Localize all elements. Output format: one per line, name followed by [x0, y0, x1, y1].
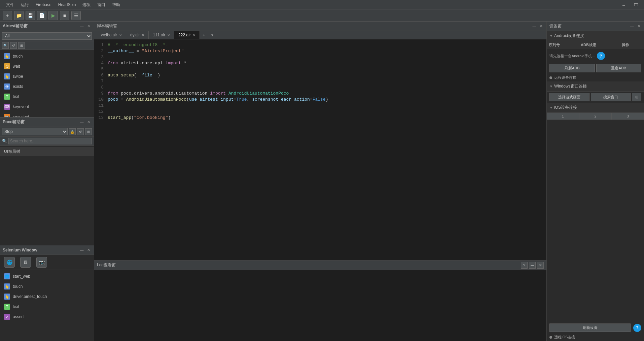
airtest-item-wait[interactable]: ⏱ wait [0, 61, 94, 71]
editor-tab-222[interactable]: 222.air ✕ [174, 31, 200, 39]
poco-search-input[interactable] [8, 138, 92, 144]
android-help-btn[interactable]: ? [597, 52, 605, 60]
poco-lock-icon[interactable]: 🔒 [69, 128, 76, 135]
editor-minimize-btn[interactable]: — [532, 24, 537, 29]
airtest-item-swipe[interactable]: 👆 swipe [0, 71, 94, 81]
poco-grid-icon[interactable]: ⊞ [85, 128, 92, 135]
code-line-7: 7 [94, 78, 546, 84]
tab-weibo-close[interactable]: ✕ [119, 33, 122, 37]
menu-headspin[interactable]: HeadSpin [55, 0, 79, 9]
editor-panel: 脚本编辑窗 — ✕ weibo.air ✕ dy.air ✕ 111.air ✕ [94, 22, 546, 260]
ios-help-btn[interactable]: ? [633, 324, 641, 332]
device-panel-close-btn[interactable]: ✕ [636, 24, 641, 29]
selenium-minimize-btn[interactable]: — [79, 247, 84, 253]
windows-btns: 选择游戏画面 搜索窗口 ⊞ [547, 92, 644, 103]
selenium-monitor-icon[interactable]: 🖥 [20, 257, 31, 268]
airtest-refresh-btn[interactable]: ↺ [10, 42, 17, 49]
reset-adb-btn[interactable]: 重启ADB [596, 64, 642, 72]
device-panel-minimize-btn[interactable]: — [629, 24, 635, 29]
editor-tab-111[interactable]: 111.air ✕ [149, 31, 174, 39]
selenium-item-touch[interactable]: 👆 touch [0, 281, 94, 292]
code-editor[interactable]: 1 # -*- encoding=utf8 -*- 2 __author__ =… [94, 39, 546, 260]
editor-tab-menu-btn[interactable]: ▼ [208, 31, 217, 39]
log-minimize-btn[interactable]: — [529, 262, 536, 269]
android-remote-label: 远程设备连接 [554, 75, 576, 80]
ios-tab-3[interactable]: 3 [612, 113, 644, 120]
swipe-icon: 👆 [4, 73, 10, 79]
exists-label: exists [13, 84, 23, 89]
code-line-4: 4 from airtest.core.api import * [94, 60, 546, 66]
windows-small-btn[interactable]: ⊞ [632, 93, 641, 101]
menu-firebase[interactable]: Firebase [32, 0, 55, 9]
ios-section-header[interactable]: ▼ iOS设备连接 [547, 103, 644, 113]
poco-refresh-icon[interactable]: ↺ [77, 128, 84, 135]
windows-section-arrow: ▼ [549, 84, 553, 88]
menu-file[interactable]: 文件 [3, 0, 17, 9]
airtest-filter-icon-btn[interactable]: 🔍 [2, 42, 9, 49]
ios-tab-2[interactable]: 2 [579, 113, 612, 120]
airtest-item-snapshot[interactable]: 📷 snapshot [0, 112, 94, 117]
keyevent-icon: ⌨ [4, 104, 10, 110]
selenium-header-controls: — ✕ [79, 247, 91, 253]
selenium-item-start-web[interactable]: 🌐 start_web [0, 271, 94, 281]
menu-maximize[interactable]: 🗖 [631, 0, 641, 9]
airtest-item-touch[interactable]: 👆 touch [0, 51, 94, 61]
airtest-item-keyevent[interactable]: ⌨ keyevent [0, 102, 94, 112]
selenium-item-list: 🌐 start_web 👆 touch 👆 driver.airtest_tou… [0, 270, 94, 341]
selenium-item-driver-touch[interactable]: 👆 driver.airtest_touch [0, 292, 94, 302]
save-as-button[interactable]: 📄 [37, 11, 46, 20]
airtest-item-exists[interactable]: 👁 exists [0, 81, 94, 92]
menu-help[interactable]: 帮助 [109, 0, 123, 9]
tab-222-close[interactable]: ✕ [193, 33, 195, 37]
settings-button[interactable]: ☰ [71, 11, 81, 20]
selenium-globe-icon[interactable]: 🌐 [4, 257, 15, 268]
ios-refresh-btn[interactable]: 刷新设备 [549, 323, 631, 332]
editor-tab-weibo[interactable]: weibo.air ✕ [97, 31, 126, 39]
stop-button[interactable]: ■ [60, 11, 69, 20]
airtest-filter-select[interactable]: All touch wait swipe exists text keyeven… [2, 32, 92, 40]
assert-icon: ✓ [4, 314, 10, 320]
run-button[interactable]: ▶ [48, 11, 58, 20]
selenium-icons-bar: 🌐 🖥 📷 [0, 255, 94, 270]
selenium-item-assert[interactable]: ✓ assert [0, 312, 94, 322]
save-button[interactable]: 💾 [26, 11, 35, 20]
editor-add-tab-btn[interactable]: + [200, 31, 208, 39]
selenium-item-text[interactable]: T text [0, 302, 94, 312]
poco-filter-bar: Stop 🔒 ↺ ⊞ [0, 127, 94, 137]
selenium-camera-icon[interactable]: 📷 [36, 257, 47, 268]
game-window-btn[interactable]: 选择游戏画面 [549, 93, 589, 101]
log-filter-btn[interactable]: Y [521, 262, 528, 269]
menu-window[interactable]: 窗口 [94, 0, 109, 9]
editor-header: 脚本编辑窗 — ✕ [94, 22, 546, 31]
ios-tab-1[interactable]: 1 [547, 113, 579, 120]
tab-111-close[interactable]: ✕ [167, 33, 170, 37]
windows-section-header[interactable]: ▼ Windows窗口连接 [547, 81, 644, 92]
code-line-13: 13 start_app("com.booking") [94, 115, 546, 121]
editor-tab-dy[interactable]: dy.air ✕ [126, 31, 149, 39]
new-button[interactable]: + [3, 11, 12, 20]
exists-icon: 👁 [4, 83, 10, 90]
menu-options[interactable]: 选项 [79, 0, 94, 9]
log-close-btn[interactable]: ✕ [537, 262, 544, 269]
menu-minimize[interactable]: 🗕 [618, 0, 629, 9]
menu-run[interactable]: 运行 [17, 0, 32, 9]
airtest-grid-btn[interactable]: ⊞ [18, 42, 25, 49]
poco-minimize-btn[interactable]: — [79, 120, 84, 125]
code-line-5: 5 [94, 66, 546, 72]
search-window-btn[interactable]: 搜索窗口 [591, 93, 631, 101]
selenium-close-btn[interactable]: ✕ [86, 247, 91, 253]
refresh-adb-btn[interactable]: 刷新ADB [549, 64, 595, 72]
poco-tree-item[interactable]: UI布局树 [0, 147, 94, 156]
driver-touch-label: driver.airtest_touch [13, 294, 47, 299]
poco-mode-select[interactable]: Stop [2, 128, 68, 135]
airtest-item-text[interactable]: T text [0, 92, 94, 102]
airtest-minimize-btn[interactable]: — [79, 24, 84, 29]
tab-dy-close[interactable]: ✕ [142, 33, 144, 37]
airtest-close-btn[interactable]: ✕ [86, 24, 91, 29]
editor-close-btn[interactable]: ✕ [538, 24, 544, 29]
android-status-msg: 请先连接一台Android手机... ? [547, 49, 644, 63]
ios-device-content [547, 120, 644, 322]
poco-close-btn[interactable]: ✕ [86, 120, 91, 125]
open-button[interactable]: 📁 [14, 11, 24, 20]
android-section-header[interactable]: ▼ Android设备连接 [547, 31, 644, 41]
